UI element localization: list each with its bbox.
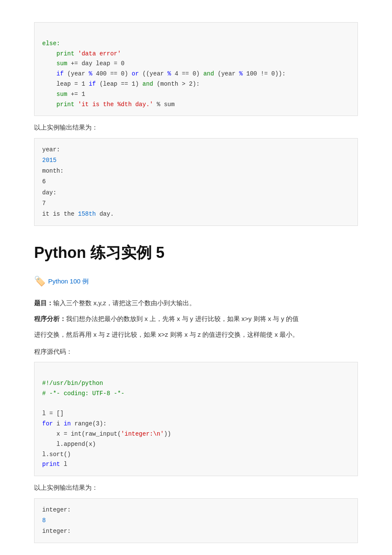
desc-1-text: 输入三个整数 x,y,z，请把这三个数由小到大输出。 [53, 299, 196, 306]
desc-2-text: 我们想办法把最小的数放到 x 上，先将 x 与 y 进行比较，如果 x>y 则将… [66, 315, 299, 322]
desc-2: 程序分析：我们想办法把最小的数放到 x 上，先将 x 与 y 进行比较，如果 x… [34, 313, 358, 324]
desc-2-cont: 进行交换，然后再用 x 与 z 进行比较，如果 x>z 则将 x 与 z 的值进… [34, 329, 358, 340]
output-label-1: 以上实例输出结果为： [34, 122, 358, 133]
desc-1-label: 题目： [34, 299, 53, 306]
code-content: #!/usr/bin/python # -*- coding: UTF-8 -*… [42, 380, 171, 468]
code-block-2: #!/usr/bin/python # -*- coding: UTF-8 -*… [34, 362, 358, 476]
python-100-link[interactable]: Python 100 例 [48, 276, 89, 287]
code-label: 程序源代码： [34, 346, 358, 357]
code-line-else: else: print 'data error' sum += day leap… [42, 40, 285, 108]
output-block-1: year: 2015 month: 6 day: 7 it is the 158… [34, 138, 358, 226]
output-block-2: integer: 8 integer: [34, 498, 358, 543]
output-line: year: 2015 month: 6 day: 7 it is the 158… [42, 146, 114, 217]
output-label-2: 以上实例输出结果为： [34, 482, 358, 493]
top-code-block: else: print 'data error' sum += day leap… [34, 22, 358, 116]
desc-1: 题目：输入三个整数 x,y,z，请把这三个数由小到大输出。 [34, 297, 358, 309]
desc-2-label: 程序分析： [34, 315, 66, 322]
link-icon: 🏷️ [34, 273, 46, 289]
section-title: Python 练习实例 5 [34, 240, 358, 266]
output-2-content: integer: 8 integer: [42, 506, 71, 535]
link-area: 🏷️ Python 100 例 [34, 273, 358, 289]
